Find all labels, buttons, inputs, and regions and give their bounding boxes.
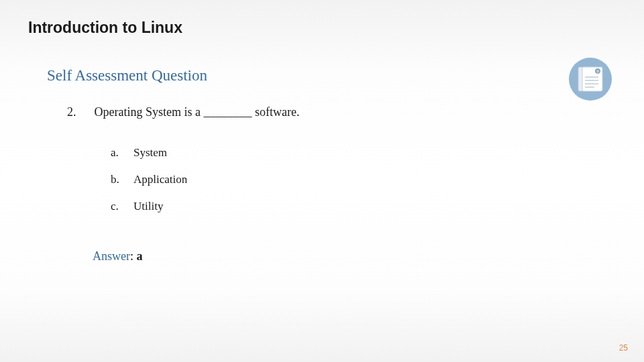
svg-rect-8 <box>585 86 594 88</box>
question-number: 2. <box>67 105 91 119</box>
option-text: System <box>133 146 167 159</box>
option-c: c.Utility <box>111 200 187 213</box>
option-letter: c. <box>111 200 133 213</box>
svg-rect-6 <box>585 80 598 81</box>
section-heading: Self Assessment Question <box>47 67 207 84</box>
answer-colon: : <box>130 249 137 263</box>
quiz-document-icon: ? <box>569 58 612 101</box>
answer-row: Answer: a <box>93 249 143 263</box>
option-text: Utility <box>133 200 163 213</box>
option-text: Application <box>133 173 187 186</box>
svg-rect-5 <box>585 76 598 78</box>
svg-rect-7 <box>585 83 598 84</box>
option-letter: b. <box>111 173 133 186</box>
question-text: Operating System is a ________ software. <box>95 105 300 119</box>
option-a: a.System <box>111 146 187 160</box>
option-b: b.Application <box>111 173 187 186</box>
options-list: a.System b.Application c.Utility <box>111 146 187 227</box>
option-letter: a. <box>111 146 133 160</box>
slide-title: Introduction to Linux <box>28 19 182 37</box>
answer-label: Answer <box>93 249 130 263</box>
page-number: 25 <box>619 343 628 353</box>
question-row: 2. Operating System is a ________ softwa… <box>67 105 299 119</box>
svg-text:?: ? <box>596 70 599 74</box>
answer-value: a <box>137 249 143 263</box>
